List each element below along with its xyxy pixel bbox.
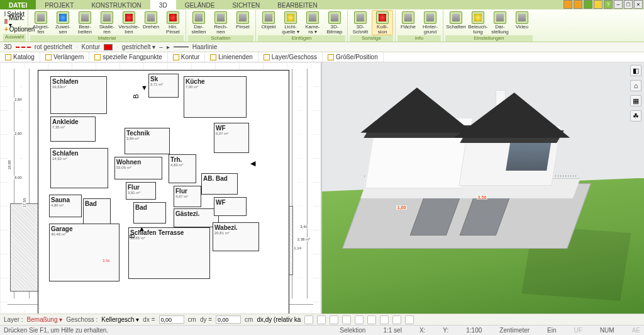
mini-btn-7[interactable] — [380, 315, 389, 324]
mini-btn-6[interactable] — [367, 315, 376, 324]
ribbon-hintergrund-button[interactable]: Hinter- grund — [419, 10, 441, 35]
style-gestrichelt-dropdown[interactable]: gestrichelt ▾ — [122, 43, 155, 50]
view-palette: ◧ ⌂ ▦ ☘ — [630, 65, 643, 122]
tab-konstruktion[interactable]: KONSTRUKTION — [82, 0, 150, 9]
ribbon-abgreifen-button[interactable]: Abgrei- fen — [30, 10, 52, 35]
ribbon-icon — [262, 11, 275, 24]
ribbon-dbitmap-button[interactable]: 3D- Bitmap — [324, 10, 345, 35]
ribbon-drehen-button[interactable]: Drehen — [140, 10, 162, 35]
sep-dash: – — [159, 43, 163, 50]
room-schlafen[interactable]: Schlafen14,92 m² — [50, 148, 108, 188]
ribbon-hinpinsel-button[interactable]: Hin. Pinsel — [162, 10, 184, 35]
ribbon-darstellen-button[interactable]: Dar- stellen — [188, 10, 209, 35]
room-flur[interactable]: Flur3,81 m² — [126, 182, 156, 200]
3d-pane[interactable]: 1,00 3,50 ◧ ⌂ ▦ ☘ — [322, 62, 644, 314]
palette-plants-icon[interactable]: ☘ — [630, 110, 641, 122]
style-rot-gestrichelt[interactable]: rot gestrichelt — [35, 43, 72, 50]
room-abbad[interactable]: AB. Bad — [201, 173, 238, 195]
floorplan-pane[interactable]: Schlafen16,83m²Ankleide7,35 m²Schlafen14… — [0, 62, 322, 314]
insp-kontur[interactable]: Kontur — [168, 52, 205, 62]
layer-dropdown[interactable]: Bemaßung ▾ — [27, 316, 63, 323]
room-wohnen[interactable]: Wohnen53,06 m² — [114, 157, 162, 179]
ribbon-verschieben-button[interactable]: Verschie- ben — [118, 10, 140, 35]
room-wf[interactable]: WF6,07 m² — [214, 123, 249, 153]
color-swatch-red[interactable] — [104, 44, 113, 50]
mini-btn-1[interactable] — [304, 315, 313, 324]
tab-sichten[interactable]: SICHTEN — [223, 0, 269, 9]
titlebar-icon-2[interactable] — [574, 0, 582, 9]
room-bad[interactable]: Bad — [83, 198, 111, 226]
ribbon-group-einfuegen: ObjektLicht- quelle ▾Kame- ra ▾3D- Bitma… — [255, 10, 347, 42]
tab-3d[interactable]: 3D — [150, 0, 176, 9]
ribbon-darstellung-button[interactable]: Dar- stellung — [489, 10, 511, 35]
ribbon-icon — [516, 11, 528, 24]
room-technik[interactable]: Technik3,84 m² — [125, 128, 170, 154]
ribbon-kamera-button[interactable]: Kame- ra ▾ — [302, 10, 323, 35]
insp-linienenden[interactable]: Linienenden — [205, 52, 258, 62]
ribbon-zuweisen-button[interactable]: Zuwei- sen — [52, 10, 74, 35]
ribbon-kollision-button[interactable]: Kolli- sion — [372, 10, 393, 35]
room-area: 51,85 m² — [130, 236, 208, 240]
insp-verlaengern[interactable]: Verlängern — [40, 52, 89, 62]
room-area: 16,83m² — [52, 85, 105, 89]
mini-btn-2[interactable] — [317, 315, 326, 324]
ribbon-dschnitt-button[interactable]: 3D- Schnitt — [350, 10, 371, 35]
ribbon-video-button[interactable]: Video — [511, 10, 533, 35]
room-garage[interactable]: Garage40,48 m² — [49, 224, 119, 281]
ribbon-icon — [424, 11, 436, 24]
ribbon-bearbeiten-button[interactable]: Bear- beiten — [74, 10, 96, 35]
room-sauna[interactable]: Sauna4,80 m² — [49, 195, 82, 217]
insp-fangpunkte[interactable]: spezielle Fangpunkte — [89, 52, 168, 62]
geschoss-dropdown[interactable]: Kellergesch ▾ — [101, 316, 139, 323]
dx-input[interactable] — [159, 315, 184, 324]
mini-btn-9[interactable] — [405, 315, 414, 324]
ribbon-schatten-button[interactable]: Schatten — [445, 10, 467, 35]
room-sk[interactable]: Sk3,71 m² — [148, 74, 179, 98]
room-ankleide[interactable]: Ankleide7,35 m² — [50, 116, 96, 142]
room-wabezi[interactable]: Wabezi.20,81 m² — [213, 222, 259, 251]
tab-projekt[interactable]: PROJEKT — [36, 0, 82, 9]
room-trh[interactable]: Trh.4,83 m² — [169, 154, 196, 183]
mark-button[interactable]: Mark. ▾ — [3, 18, 26, 25]
mini-btn-8[interactable] — [392, 315, 401, 324]
ribbon-objekt-button[interactable]: Objekt — [258, 10, 279, 35]
tab-datei[interactable]: DATEI — [0, 0, 36, 9]
optionen-button[interactable]: +Optionen — [3, 25, 26, 33]
insp-katalog[interactable]: Katalog — [0, 52, 40, 62]
titlebar-icon-4[interactable] — [594, 0, 602, 9]
insp-layer-geschoss[interactable]: Layer/Geschoss — [258, 52, 323, 62]
mini-btn-4[interactable] — [342, 315, 351, 324]
ribbon-lichtquelle-button[interactable]: Licht- quelle ▾ — [280, 10, 301, 35]
separator: · — [76, 43, 78, 50]
window-max[interactable]: □ — [624, 0, 633, 9]
mini-btn-3[interactable] — [330, 315, 338, 324]
room-flur[interactable]: Flur4,97 m² — [174, 186, 201, 207]
window-min[interactable]: – — [614, 0, 623, 9]
palette-materials-icon[interactable]: ▦ — [630, 95, 641, 106]
tab-gelaende[interactable]: GELÄNDE — [176, 0, 224, 9]
room-kche[interactable]: Küche7,00 m² — [184, 76, 247, 118]
titlebar-icon-3[interactable] — [584, 0, 592, 9]
palette-house-icon[interactable]: ⌂ — [630, 80, 641, 91]
insp-groesse-position[interactable]: Größe/Position — [323, 52, 384, 62]
room-schlafen[interactable]: Schlafen16,83m² — [50, 76, 107, 114]
room-wf[interactable]: WF — [214, 197, 247, 216]
palette-layers-icon[interactable]: ◧ — [630, 65, 641, 76]
help-button[interactable]: ? — [604, 0, 613, 9]
mini-btn-5[interactable] — [355, 315, 364, 324]
ribbon-rechnen-button[interactable]: Rech- nen — [210, 10, 231, 35]
ribbon-beleuchtung-button[interactable]: Beleuch- tung — [467, 10, 489, 35]
dy-input[interactable] — [216, 315, 241, 324]
room-schlafenterrasse[interactable]: Schlafen Terrasse51,85 m² — [128, 227, 210, 279]
coord-mode-dropdown[interactable]: dx,dy (relativ ka — [257, 316, 301, 323]
tab-bearbeiten[interactable]: BEARBEITEN — [269, 0, 326, 9]
room-area: 6,07 m² — [216, 132, 247, 135]
style-haarlinie[interactable]: Haarlinie — [192, 43, 217, 50]
ribbon-pinsel-button[interactable]: Pinsel — [232, 10, 253, 35]
ribbon-skalieren-button[interactable]: Skalie- ren — [96, 10, 118, 35]
ribbon-icon — [57, 11, 69, 24]
titlebar-icon-1[interactable] — [564, 0, 572, 9]
room-bad[interactable]: Bad — [133, 202, 166, 224]
ribbon-flche-button[interactable]: Fläche — [397, 10, 419, 35]
window-close[interactable]: × — [634, 0, 643, 9]
